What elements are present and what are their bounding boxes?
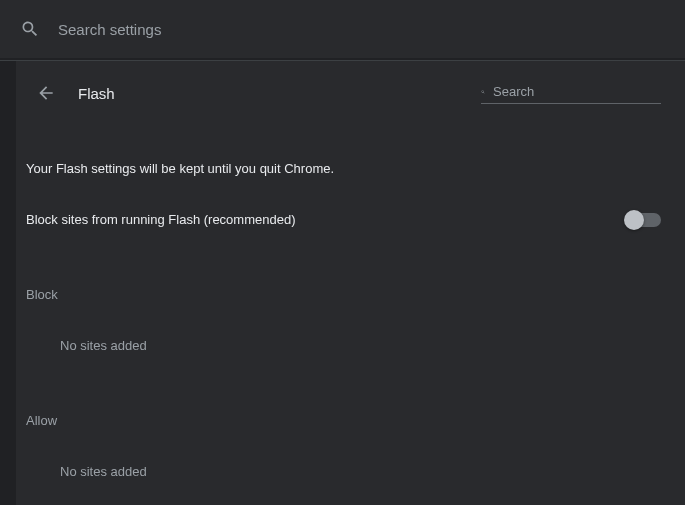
toggle-thumb [624,210,644,230]
page-search-input[interactable] [493,84,661,99]
search-icon [481,83,485,101]
allow-empty-text: No sites added [16,428,685,505]
inline-search [481,83,661,104]
header-row: Flash [16,61,685,133]
info-text: Your Flash settings will be kept until y… [16,133,685,176]
top-search-bar [0,0,685,58]
block-flash-label: Block sites from running Flash (recommen… [26,212,627,227]
block-section-header: Block [16,263,685,302]
allow-section-header: Allow [16,389,685,428]
block-flash-toggle[interactable] [627,213,661,227]
back-button[interactable] [28,75,64,111]
page-title: Flash [78,85,115,102]
block-flash-toggle-row: Block sites from running Flash (recommen… [16,176,685,263]
search-settings-input[interactable] [58,21,665,38]
content-wrapper: Flash Your Flash settings will be kept u… [0,60,685,505]
search-icon [20,19,40,39]
block-empty-text: No sites added [16,302,685,389]
content-panel: Flash Your Flash settings will be kept u… [16,61,685,505]
arrow-back-icon [36,83,56,103]
